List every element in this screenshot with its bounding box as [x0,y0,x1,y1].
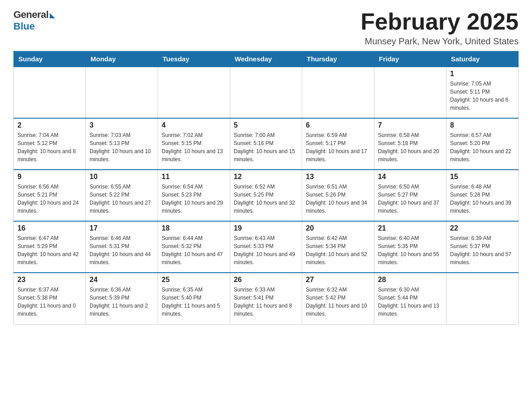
month-title: February 2025 [360,9,519,34]
calendar-cell: 24Sunrise: 6:36 AMSunset: 5:39 PMDayligh… [86,273,158,324]
weekday-header-sunday: Sunday [14,51,86,67]
day-info: Sunrise: 6:59 AMSunset: 5:17 PMDaylight:… [306,131,370,163]
calendar-cell: 25Sunrise: 6:35 AMSunset: 5:40 PMDayligh… [158,273,230,324]
day-number: 3 [90,121,154,129]
calendar-cell [230,67,302,118]
day-number: 7 [378,121,442,129]
calendar-cell: 23Sunrise: 6:37 AMSunset: 5:38 PMDayligh… [14,273,86,324]
day-info: Sunrise: 6:42 AMSunset: 5:34 PMDaylight:… [306,234,370,266]
day-info: Sunrise: 6:30 AMSunset: 5:44 PMDaylight:… [378,286,442,318]
day-info: Sunrise: 6:57 AMSunset: 5:20 PMDaylight:… [450,131,515,163]
day-info: Sunrise: 7:05 AMSunset: 5:11 PMDaylight:… [450,80,515,112]
weekday-header-row: SundayMondayTuesdayWednesdayThursdayFrid… [14,51,519,67]
day-number: 15 [450,173,515,181]
page-header: General Blue February 2025 Munsey Park, … [13,9,519,47]
calendar-cell [158,67,230,118]
calendar-cell: 28Sunrise: 6:30 AMSunset: 5:44 PMDayligh… [374,273,446,324]
day-info: Sunrise: 6:58 AMSunset: 5:18 PMDaylight:… [378,131,442,163]
calendar-header: SundayMondayTuesdayWednesdayThursdayFrid… [14,51,519,67]
weekday-header-monday: Monday [86,51,158,67]
day-number: 21 [378,224,442,232]
calendar-cell: 2Sunrise: 7:04 AMSunset: 5:12 PMDaylight… [14,118,86,170]
day-number: 22 [450,224,515,232]
day-number: 26 [234,276,298,284]
day-number: 5 [234,121,298,129]
weekday-header-thursday: Thursday [302,51,374,67]
title-section: February 2025 Munsey Park, New York, Uni… [360,9,519,47]
calendar-cell: 20Sunrise: 6:42 AMSunset: 5:34 PMDayligh… [302,221,374,273]
calendar-cell [14,67,86,118]
day-info: Sunrise: 6:52 AMSunset: 5:25 PMDaylight:… [234,183,298,215]
day-number: 13 [306,173,370,181]
day-number: 20 [306,224,370,232]
calendar-table: SundayMondayTuesdayWednesdayThursdayFrid… [13,51,519,325]
day-info: Sunrise: 7:00 AMSunset: 5:16 PMDaylight:… [234,131,298,163]
day-number: 23 [17,276,82,284]
calendar-cell: 21Sunrise: 6:40 AMSunset: 5:35 PMDayligh… [374,221,446,273]
day-number: 11 [162,173,226,181]
day-number: 1 [450,70,515,78]
calendar-cell: 12Sunrise: 6:52 AMSunset: 5:25 PMDayligh… [230,170,302,221]
calendar-cell: 26Sunrise: 6:33 AMSunset: 5:41 PMDayligh… [230,273,302,324]
logo-arrow-icon [50,13,55,18]
logo-general-text: General [13,9,48,21]
calendar-week-row: 1Sunrise: 7:05 AMSunset: 5:11 PMDaylight… [14,67,519,118]
day-info: Sunrise: 6:40 AMSunset: 5:35 PMDaylight:… [378,234,442,266]
calendar-cell: 27Sunrise: 6:32 AMSunset: 5:42 PMDayligh… [302,273,374,324]
day-number: 17 [90,224,154,232]
calendar-cell: 10Sunrise: 6:55 AMSunset: 5:22 PMDayligh… [86,170,158,221]
calendar-cell: 3Sunrise: 7:03 AMSunset: 5:13 PMDaylight… [86,118,158,170]
calendar-cell: 15Sunrise: 6:48 AMSunset: 5:28 PMDayligh… [446,170,519,221]
calendar-cell: 11Sunrise: 6:54 AMSunset: 5:23 PMDayligh… [158,170,230,221]
calendar-cell: 7Sunrise: 6:58 AMSunset: 5:18 PMDaylight… [374,118,446,170]
day-number: 2 [17,121,82,129]
day-info: Sunrise: 7:04 AMSunset: 5:12 PMDaylight:… [17,131,82,163]
day-number: 27 [306,276,370,284]
day-number: 28 [378,276,442,284]
calendar-cell: 19Sunrise: 6:43 AMSunset: 5:33 PMDayligh… [230,221,302,273]
calendar-cell: 17Sunrise: 6:46 AMSunset: 5:31 PMDayligh… [86,221,158,273]
day-number: 6 [306,121,370,129]
day-number: 9 [17,173,82,181]
calendar-cell: 13Sunrise: 6:51 AMSunset: 5:26 PMDayligh… [302,170,374,221]
calendar-week-row: 16Sunrise: 6:47 AMSunset: 5:29 PMDayligh… [14,221,519,273]
day-info: Sunrise: 6:47 AMSunset: 5:29 PMDaylight:… [17,234,82,266]
calendar-cell: 22Sunrise: 6:39 AMSunset: 5:37 PMDayligh… [446,221,519,273]
day-number: 24 [90,276,154,284]
calendar-cell: 5Sunrise: 7:00 AMSunset: 5:16 PMDaylight… [230,118,302,170]
calendar-cell: 14Sunrise: 6:50 AMSunset: 5:27 PMDayligh… [374,170,446,221]
weekday-header-tuesday: Tuesday [158,51,230,67]
day-info: Sunrise: 6:56 AMSunset: 5:21 PMDaylight:… [17,183,82,215]
day-info: Sunrise: 6:50 AMSunset: 5:27 PMDaylight:… [378,183,442,215]
calendar-cell: 16Sunrise: 6:47 AMSunset: 5:29 PMDayligh… [14,221,86,273]
logo: General Blue [13,9,55,32]
calendar-cell: 4Sunrise: 7:02 AMSunset: 5:15 PMDaylight… [158,118,230,170]
location-subtitle: Munsey Park, New York, United States [360,36,519,47]
calendar-cell [446,273,519,324]
weekday-header-wednesday: Wednesday [230,51,302,67]
day-info: Sunrise: 7:03 AMSunset: 5:13 PMDaylight:… [90,131,154,163]
day-info: Sunrise: 6:36 AMSunset: 5:39 PMDaylight:… [90,286,154,318]
calendar-cell: 6Sunrise: 6:59 AMSunset: 5:17 PMDaylight… [302,118,374,170]
day-number: 10 [90,173,154,181]
day-info: Sunrise: 6:51 AMSunset: 5:26 PMDaylight:… [306,183,370,215]
day-number: 19 [234,224,298,232]
calendar-cell [374,67,446,118]
calendar-cell: 9Sunrise: 6:56 AMSunset: 5:21 PMDaylight… [14,170,86,221]
day-number: 18 [162,224,226,232]
day-info: Sunrise: 6:39 AMSunset: 5:37 PMDaylight:… [450,234,515,266]
weekday-header-saturday: Saturday [446,51,519,67]
day-info: Sunrise: 6:55 AMSunset: 5:22 PMDaylight:… [90,183,154,215]
calendar-cell [86,67,158,118]
calendar-cell [302,67,374,118]
day-number: 16 [17,224,82,232]
logo-blue-text: Blue [13,21,35,32]
day-info: Sunrise: 6:35 AMSunset: 5:40 PMDaylight:… [162,286,226,318]
day-info: Sunrise: 6:32 AMSunset: 5:42 PMDaylight:… [306,286,370,318]
day-info: Sunrise: 7:02 AMSunset: 5:15 PMDaylight:… [162,131,226,163]
day-number: 25 [162,276,226,284]
calendar-week-row: 9Sunrise: 6:56 AMSunset: 5:21 PMDaylight… [14,170,519,221]
day-info: Sunrise: 6:37 AMSunset: 5:38 PMDaylight:… [17,286,82,318]
day-number: 4 [162,121,226,129]
calendar-cell: 8Sunrise: 6:57 AMSunset: 5:20 PMDaylight… [446,118,519,170]
